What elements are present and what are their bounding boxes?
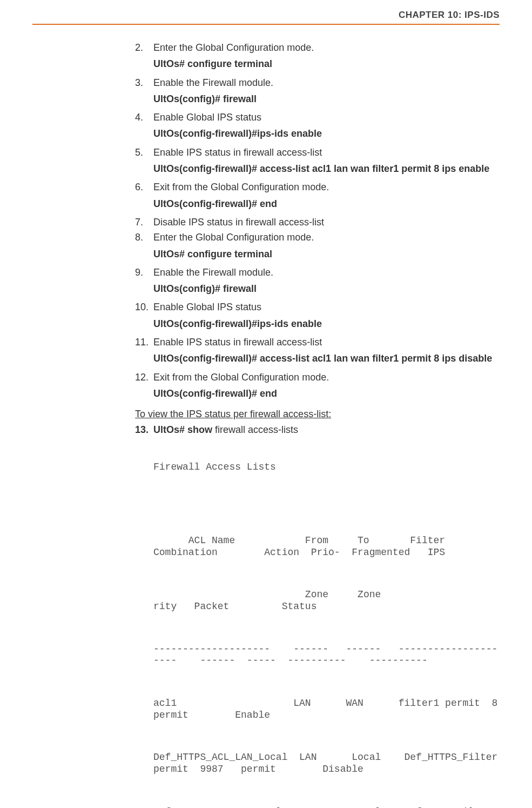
step-number: 2. <box>135 41 153 74</box>
step-3: 3. Enable the Firewall module. UltOs(con… <box>135 76 500 109</box>
step-command: UltOs(config-firewall)# end <box>153 387 500 400</box>
step-number: 5. <box>135 146 153 179</box>
step-2: 2. Enter the Global Configuration mode. … <box>135 41 500 74</box>
step-number: 10. <box>135 301 153 333</box>
step-text: Exit from the Global Configuration mode. <box>153 371 500 384</box>
step-number: 12. <box>135 371 153 404</box>
step-text: Enable Global IPS status <box>153 301 500 313</box>
output-header-2: Zone Zone rity Packet Status <box>153 589 500 612</box>
step-command: UltOs(config)# firewall <box>153 282 500 295</box>
terminal-output: Firewall Access Lists ACL Name From To F… <box>153 438 500 808</box>
step-command: UltOs(config-firewall)#ips-ids enable <box>153 317 500 330</box>
step-number: 3. <box>135 76 153 109</box>
output-row-https: Def_HTTPS_ACL_LAN_Local LAN Local Def_HT… <box>153 752 500 775</box>
step-command: UltOs(config-firewall)# access-list acl1… <box>153 162 500 175</box>
step-number: 13. <box>135 423 153 436</box>
step-number: 11. <box>135 336 153 369</box>
step-text: Enable Global IPS status <box>153 111 500 124</box>
step-text: Enable IPS status in firewall access-lis… <box>153 146 500 159</box>
output-header-1: ACL Name From To Filter Combination Acti… <box>153 535 500 558</box>
step-13: 13. UltOs# show firewall access-lists <box>135 423 500 436</box>
step-command: UltOs# configure terminal <box>153 57 500 70</box>
view-heading: To view the IPS status per firewall acce… <box>135 408 500 420</box>
step-command-suffix: firewall access-lists <box>212 424 298 435</box>
step-text: Enable the Firewall module. <box>153 76 500 89</box>
page-header: CHAPTER 10: IPS-IDS <box>32 0 500 21</box>
step-7: 7. Disable IPS status in firewall access… <box>135 216 500 229</box>
step-command: UltOs(config-firewall)#ips-ids enable <box>153 127 500 140</box>
content-area: 2. Enter the Global Configuration mode. … <box>32 25 500 808</box>
step-4: 4. Enable Global IPS status UltOs(config… <box>135 111 500 144</box>
output-title: Firewall Access Lists <box>153 462 500 473</box>
step-command: UltOs(config-firewall)# access-list acl1… <box>153 352 500 365</box>
step-text: Enter the Global Configuration mode. <box>153 41 500 54</box>
step-10: 10. Enable Global IPS status UltOs(confi… <box>135 301 500 333</box>
step-9: 9. Enable the Firewall module. UltOs(con… <box>135 266 500 299</box>
step-number: 9. <box>135 266 153 299</box>
step-command-prefix: UltOs# show <box>153 424 212 435</box>
output-separator: -------------------- ------ ------ -----… <box>153 644 500 667</box>
output-row-acl1: acl1 LAN WAN filter1 permit 8 permit Ena… <box>153 698 500 721</box>
step-command: UltOs(config)# firewall <box>153 92 500 105</box>
step-6: 6. Exit from the Global Configuration mo… <box>135 181 500 213</box>
step-number: 8. <box>135 231 153 264</box>
step-12: 12. Exit from the Global Configuration m… <box>135 371 500 404</box>
step-8: 8. Enter the Global Configuration mode. … <box>135 231 500 264</box>
step-number: 4. <box>135 111 153 144</box>
step-text: Disable IPS status in firewall access-li… <box>153 216 500 229</box>
step-number: 6. <box>135 181 153 213</box>
step-text: Exit from the Global Configuration mode. <box>153 181 500 193</box>
step-command: UltOs# configure terminal <box>153 248 500 261</box>
step-text: Enable the Firewall module. <box>153 266 500 279</box>
step-command: UltOs(config-firewall)# end <box>153 197 500 210</box>
step-text: Enter the Global Configuration mode. <box>153 231 500 244</box>
step-11: 11. Enable IPS status in firewall access… <box>135 336 500 369</box>
step-5: 5. Enable IPS status in firewall access-… <box>135 146 500 179</box>
step-number: 7. <box>135 216 153 229</box>
step-text: Enable IPS status in firewall access-lis… <box>153 336 500 349</box>
